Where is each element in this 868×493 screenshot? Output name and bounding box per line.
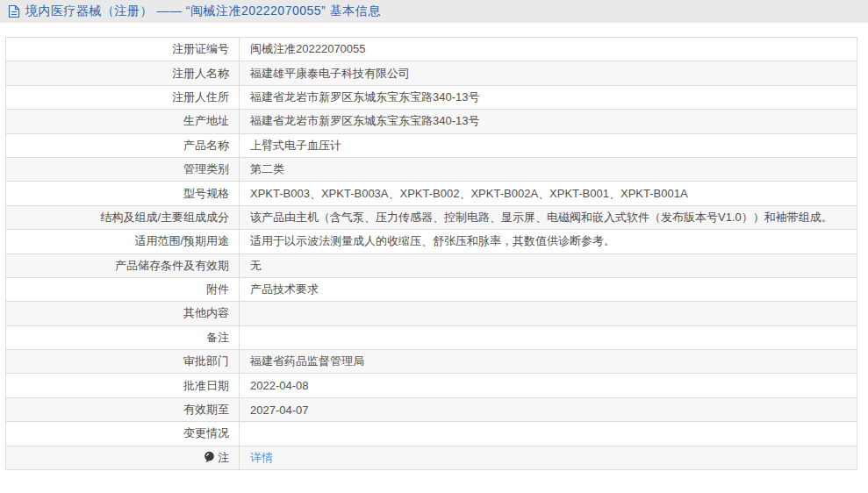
row-label-text: 结构及组成/主要组成成分 (100, 211, 229, 224)
table-row: 型号规格XPKT-B003、XPKT-B003A、XPKT-B002、XPKT-… (6, 182, 857, 205)
row-value: 该产品由主机（含气泵、压力传感器、控制电路、显示屏、电磁阀和嵌入式软件（发布版本… (240, 205, 857, 229)
row-label: 产品储存条件及有效期 (6, 254, 240, 277)
page: 境内医疗器械（注册） —— “闽械注准20222070055” 基本信息 注册证… (0, 0, 868, 470)
row-label-text: 注册人住所 (172, 90, 229, 104)
row-value: 2027-04-07 (240, 397, 857, 421)
row-value: XPKT-B003、XPKT-B003A、XPKT-B002、XPKT-B002… (240, 182, 857, 205)
row-value (240, 422, 857, 446)
table-row: 有效期至2027-04-07 (6, 397, 857, 421)
table-row: 注详情 (6, 446, 857, 469)
row-label: 结构及组成/主要组成成分 (6, 205, 240, 229)
row-label-text: 生产地址 (183, 114, 229, 127)
table-row: 注册证编号闽械注准20222070055 (6, 38, 857, 61)
row-label-text: 注册人名称 (172, 67, 229, 80)
row-label: 备注 (6, 325, 240, 349)
row-value (240, 302, 857, 325)
row-label: 注册证编号 (6, 38, 240, 61)
detail-link[interactable]: 详情 (250, 451, 273, 464)
table-row: 批准日期2022-04-08 (6, 374, 857, 397)
row-value: 详情 (240, 446, 857, 469)
row-label-text: 附件 (206, 282, 229, 296)
row-label: 注 (6, 446, 240, 469)
row-label: 生产地址 (6, 110, 240, 133)
table-row: 注册人住所福建省龙岩市新罗区东城东宝东宝路340-13号 (6, 85, 857, 109)
row-label-text: 产品名称 (183, 139, 229, 152)
row-label-text: 备注 (206, 331, 229, 344)
info-table: 注册证编号闽械注准20222070055注册人名称福建雄平康泰电子科技有限公司注… (5, 37, 857, 470)
table-row: 适用范围/预期用途适用于以示波法测量成人的收缩压、舒张压和脉率，其数值供诊断参考… (6, 230, 857, 254)
table-row: 注册人名称福建雄平康泰电子科技有限公司 (6, 61, 857, 85)
row-value: 适用于以示波法测量成人的收缩压、舒张压和脉率，其数值供诊断参考。 (240, 230, 857, 254)
row-label: 批准日期 (6, 374, 240, 397)
row-value: 上臂式电子血压计 (240, 133, 857, 157)
row-label: 管理类别 (6, 157, 240, 181)
row-label: 适用范围/预期用途 (6, 230, 240, 254)
row-label-text: 其他内容 (183, 306, 229, 319)
page-header: 境内医疗器械（注册） —— “闽械注准20222070055” 基本信息 (0, 0, 868, 23)
row-value: 福建省龙岩市新罗区东城东宝东宝路340-13号 (240, 85, 857, 109)
document-icon (8, 4, 20, 18)
row-label-text: 适用范围/预期用途 (134, 234, 229, 247)
table-row: 附件产品技术要求 (6, 277, 857, 301)
row-value: 福建省龙岩市新罗区东城东宝东宝路340-13号 (240, 110, 857, 133)
row-label: 产品名称 (6, 133, 240, 157)
row-label-text: 型号规格 (183, 187, 229, 200)
row-label: 附件 (6, 277, 240, 301)
comment-icon (204, 451, 215, 463)
table-row: 生产地址福建省龙岩市新罗区东城东宝东宝路340-13号 (6, 110, 857, 133)
row-value (240, 325, 857, 349)
row-label: 型号规格 (6, 182, 240, 205)
row-label: 其他内容 (6, 302, 240, 325)
row-label-text: 注册证编号 (172, 42, 229, 55)
row-value: 福建省药品监督管理局 (240, 350, 857, 374)
row-label: 有效期至 (6, 397, 240, 421)
row-value: 产品技术要求 (240, 277, 857, 301)
table-row: 变更情况 (6, 422, 857, 446)
row-label-text: 批准日期 (183, 379, 229, 392)
table-row: 管理类别第二类 (6, 157, 857, 181)
table-row: 产品储存条件及有效期无 (6, 254, 857, 277)
page-title: 境内医疗器械（注册） —— “闽械注准20222070055” 基本信息 (25, 4, 381, 19)
table-row: 其他内容 (6, 302, 857, 325)
row-label: 注册人住所 (6, 85, 240, 109)
row-label-text: 审批部门 (183, 354, 229, 368)
row-label: 注册人名称 (6, 61, 240, 85)
row-value: 无 (240, 254, 857, 277)
table-row: 备注 (6, 325, 857, 349)
row-label-text: 有效期至 (183, 403, 229, 416)
table-row: 审批部门福建省药品监督管理局 (6, 350, 857, 374)
row-value: 第二类 (240, 157, 857, 181)
row-label-text: 注 (218, 451, 229, 464)
row-label-text: 变更情况 (183, 426, 229, 439)
row-label: 审批部门 (6, 350, 240, 374)
row-label-text: 产品储存条件及有效期 (115, 259, 229, 272)
row-label-text: 管理类别 (183, 162, 229, 175)
row-value: 福建雄平康泰电子科技有限公司 (240, 61, 857, 85)
info-table-body: 注册证编号闽械注准20222070055注册人名称福建雄平康泰电子科技有限公司注… (6, 38, 857, 470)
row-value: 闽械注准20222070055 (240, 38, 857, 61)
table-row: 产品名称上臂式电子血压计 (6, 133, 857, 157)
table-row: 结构及组成/主要组成成分该产品由主机（含气泵、压力传感器、控制电路、显示屏、电磁… (6, 205, 857, 229)
row-value: 2022-04-08 (240, 374, 857, 397)
row-label: 变更情况 (6, 422, 240, 446)
